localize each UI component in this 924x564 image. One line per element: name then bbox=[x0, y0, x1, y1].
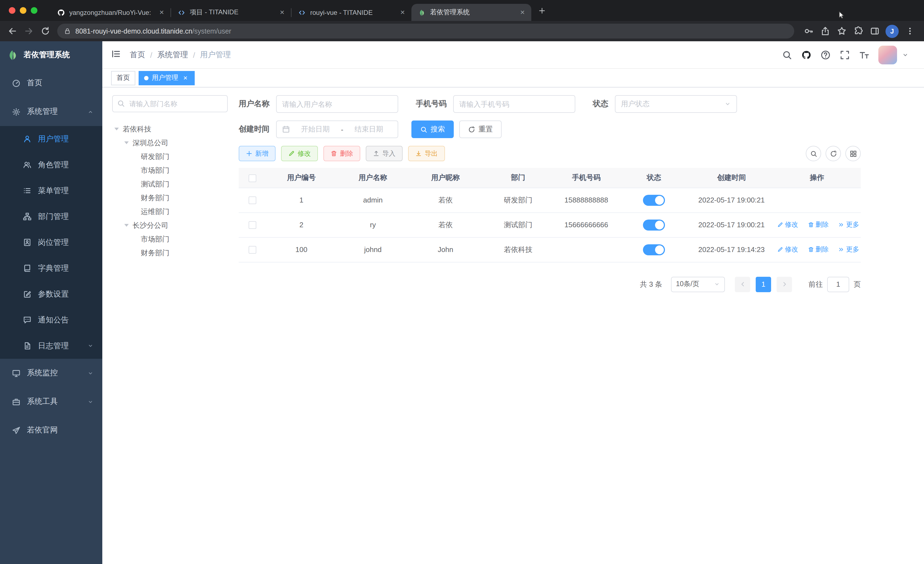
import-button[interactable]: 导入 bbox=[366, 146, 403, 161]
sidebar-item-monitor[interactable]: 系统监控 bbox=[0, 359, 102, 387]
sidebar-item-home[interactable]: 首页 bbox=[0, 69, 102, 98]
delete-button[interactable]: 删除 bbox=[323, 146, 360, 161]
tree-node[interactable]: 财务部门 bbox=[112, 246, 228, 260]
github-icon[interactable] bbox=[801, 50, 811, 60]
add-button[interactable]: 新增 bbox=[239, 146, 276, 161]
tree-node[interactable]: 财务部门 bbox=[112, 191, 228, 205]
status-select[interactable]: 用户状态 bbox=[615, 95, 737, 113]
share-button[interactable] bbox=[817, 23, 833, 39]
tree-node[interactable]: 测试部门 bbox=[112, 177, 228, 191]
column-settings-button[interactable] bbox=[845, 146, 861, 161]
reload-button[interactable] bbox=[38, 23, 53, 39]
avatar-caret-icon[interactable] bbox=[902, 51, 909, 58]
tree-node[interactable]: 市场部门 bbox=[112, 164, 228, 177]
sidebar-item-notice[interactable]: 通知公告 bbox=[0, 307, 102, 333]
tree-expand-caret-icon[interactable] bbox=[124, 224, 129, 227]
tree-node[interactable]: 运维部门 bbox=[112, 205, 228, 218]
tree-node[interactable]: 若依科技 bbox=[112, 122, 228, 136]
tab-close-button[interactable]: × bbox=[518, 8, 527, 17]
username-input[interactable] bbox=[276, 95, 398, 113]
window-zoom-button[interactable] bbox=[31, 7, 38, 14]
goto-page-input[interactable] bbox=[827, 277, 849, 292]
row-checkbox[interactable] bbox=[249, 221, 256, 229]
tab-close-button[interactable]: × bbox=[398, 8, 407, 17]
breadcrumb-home[interactable]: 首页 bbox=[130, 50, 145, 60]
tree-node[interactable]: 研发部门 bbox=[112, 150, 228, 164]
help-icon[interactable] bbox=[820, 50, 831, 60]
sidebar-item-menu-mgmt[interactable]: 菜单管理 bbox=[0, 178, 102, 204]
search-button[interactable]: 搜索 bbox=[411, 120, 454, 138]
row-edit-link[interactable]: 修改 bbox=[777, 220, 798, 229]
tree-node[interactable]: 市场部门 bbox=[112, 232, 228, 246]
bookmark-button[interactable] bbox=[834, 23, 849, 39]
extensions-button[interactable] bbox=[850, 23, 866, 39]
tag-user-mgmt[interactable]: 用户管理 × bbox=[139, 71, 195, 85]
sidebar-item-param-settings[interactable]: 参数设置 bbox=[0, 281, 102, 307]
user-avatar[interactable] bbox=[878, 45, 897, 64]
table-row[interactable]: 1 admin 若依 研发部门 15888888888 2022-05-17 1… bbox=[239, 188, 861, 212]
browser-tab-project[interactable]: 项目 - TITANIDE × bbox=[171, 4, 291, 21]
sidebar-item-dict-mgmt[interactable]: 字典管理 bbox=[0, 255, 102, 281]
new-tab-button[interactable] bbox=[535, 3, 549, 18]
row-edit-link[interactable]: 修改 bbox=[777, 245, 798, 254]
breadcrumb-system-mgmt[interactable]: 系统管理 bbox=[157, 50, 188, 60]
page-number-button[interactable]: 1 bbox=[756, 277, 771, 292]
status-toggle[interactable] bbox=[643, 194, 665, 206]
next-page-button[interactable] bbox=[777, 277, 792, 292]
sidebar-item-log-mgmt[interactable]: 日志管理 bbox=[0, 333, 102, 359]
browser-tab-rouyi-vue[interactable]: rouyi-vue - TITANIDE × bbox=[291, 4, 411, 21]
fullscreen-icon[interactable] bbox=[840, 50, 850, 60]
sidebar-item-post-mgmt[interactable]: 岗位管理 bbox=[0, 229, 102, 255]
edit-button[interactable]: 修改 bbox=[281, 146, 318, 161]
row-checkbox[interactable] bbox=[249, 246, 256, 254]
sidebar-item-website[interactable]: 若依官网 bbox=[0, 416, 102, 445]
export-button[interactable]: 导出 bbox=[408, 146, 445, 161]
select-all-checkbox[interactable] bbox=[249, 174, 256, 182]
tree-expand-caret-icon[interactable] bbox=[114, 128, 119, 131]
header-search-icon[interactable] bbox=[782, 50, 792, 60]
tree-node[interactable]: 深圳总公司 bbox=[112, 136, 228, 150]
row-more-link[interactable]: 更多 bbox=[838, 245, 860, 254]
row-checkbox[interactable] bbox=[249, 197, 256, 205]
reset-button[interactable]: 重置 bbox=[459, 120, 502, 138]
sidebar-item-system-mgmt[interactable]: 系统管理 bbox=[0, 98, 102, 126]
page-size-select[interactable]: 10条/页 bbox=[671, 277, 725, 292]
browser-menu-button[interactable] bbox=[902, 23, 917, 39]
sidebar-item-user-mgmt[interactable]: 用户管理 bbox=[0, 126, 102, 152]
back-button[interactable] bbox=[4, 23, 20, 39]
browser-tab-ruoyi-admin[interactable]: 若依管理系统 × bbox=[411, 4, 531, 21]
table-row[interactable]: 100 johnd John 若依科技 2022-05-17 19:14:23 … bbox=[239, 237, 861, 262]
table-row[interactable]: 2 ry 若依 测试部门 15666666666 2022-05-17 19:0… bbox=[239, 212, 861, 237]
status-toggle[interactable] bbox=[643, 244, 665, 255]
tag-close-button[interactable]: × bbox=[182, 74, 189, 82]
date-range-picker[interactable]: 开始日期 - 结束日期 bbox=[276, 120, 398, 138]
font-size-icon[interactable] bbox=[859, 50, 869, 60]
refresh-table-button[interactable] bbox=[825, 146, 841, 161]
sidebar-toggle-button[interactable] bbox=[111, 49, 121, 61]
row-more-link[interactable]: 更多 bbox=[838, 220, 860, 229]
phone-input[interactable] bbox=[453, 95, 575, 113]
browser-profile-avatar[interactable]: J bbox=[885, 24, 899, 38]
prev-page-button[interactable] bbox=[735, 277, 750, 292]
forward-button[interactable] bbox=[21, 23, 36, 39]
sidebar-item-dept-mgmt[interactable]: 部门管理 bbox=[0, 204, 102, 229]
tab-close-button[interactable]: × bbox=[278, 8, 286, 17]
tag-home[interactable]: 首页 bbox=[111, 71, 135, 85]
sidebar-item-role-mgmt[interactable]: 角色管理 bbox=[0, 152, 102, 178]
window-close-button[interactable] bbox=[9, 7, 15, 14]
side-panel-button[interactable] bbox=[867, 23, 882, 39]
password-manager-button[interactable] bbox=[801, 23, 816, 39]
browser-tab-github[interactable]: yangzongzhuan/RuoYi-Vue: (R × bbox=[51, 4, 171, 21]
tab-close-button[interactable]: × bbox=[157, 8, 166, 17]
window-minimize-button[interactable] bbox=[20, 7, 26, 14]
row-delete-link[interactable]: 删除 bbox=[808, 245, 829, 254]
app-logo[interactable]: 若依管理系统 bbox=[0, 41, 102, 69]
tree-expand-caret-icon[interactable] bbox=[124, 141, 129, 144]
address-bar[interactable]: 8081-rouyi-vue-demo.cloud.titanide.cn/sy… bbox=[57, 24, 794, 39]
sidebar-item-tools[interactable]: 系统工具 bbox=[0, 387, 102, 416]
dept-search-input[interactable] bbox=[112, 95, 228, 112]
row-delete-link[interactable]: 删除 bbox=[808, 220, 829, 229]
status-toggle[interactable] bbox=[643, 219, 665, 230]
tree-node[interactable]: 长沙分公司 bbox=[112, 218, 228, 232]
toggle-search-button[interactable] bbox=[806, 146, 821, 161]
